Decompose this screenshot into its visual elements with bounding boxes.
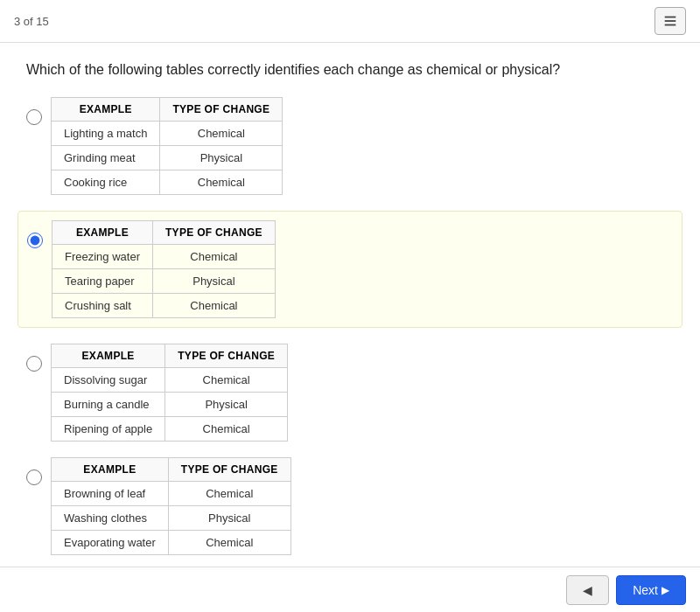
table-0-header-0: EXAMPLE: [52, 98, 160, 122]
top-bar: 3 of 15: [0, 0, 700, 43]
table-row: Freezing waterChemical: [52, 245, 276, 269]
table-row: Crushing saltChemical: [52, 294, 276, 318]
table-1-header-0: EXAMPLE: [52, 221, 153, 245]
table-3: EXAMPLETYPE OF CHANGEBrowning of leafChe…: [51, 457, 291, 555]
radio-1[interactable]: [27, 233, 43, 248]
next-button[interactable]: Next ▶: [616, 575, 686, 605]
table-3-header-1: TYPE OF CHANGE: [168, 458, 290, 482]
table-0-cell-2-0: Cooking rice: [52, 170, 160, 195]
prev-button[interactable]: ◀: [566, 575, 609, 605]
table-1-cell-0-1: Chemical: [152, 245, 275, 269]
table-0-header-1: TYPE OF CHANGE: [160, 98, 283, 122]
table-0: EXAMPLETYPE OF CHANGELighting a matchChe…: [51, 97, 283, 195]
options-container: EXAMPLETYPE OF CHANGELighting a matchChe…: [26, 97, 674, 555]
table-0-cell-0-1: Chemical: [160, 122, 283, 146]
table-2-header-0: EXAMPLE: [52, 344, 165, 368]
table-row: Ripening of appleChemical: [52, 417, 288, 442]
table-1-cell-2-0: Crushing salt: [52, 294, 153, 318]
radio-container-3: [26, 469, 42, 489]
table-3-cell-2-0: Evaporating water: [52, 531, 169, 555]
table-row: Cooking riceChemical: [52, 170, 283, 195]
main-content: Which of the following tables correctly …: [0, 43, 700, 567]
radio-3[interactable]: [26, 469, 42, 485]
table-0-cell-2-1: Chemical: [160, 170, 283, 195]
table-row: Evaporating waterChemical: [52, 531, 291, 555]
table-3-cell-1-0: Washing clothes: [52, 506, 169, 531]
table-row: Lighting a matchChemical: [52, 122, 283, 146]
table-2-cell-0-0: Dissolving sugar: [52, 368, 165, 393]
table-row: Tearing paperPhysical: [52, 269, 276, 294]
table-3-cell-2-1: Chemical: [168, 531, 290, 555]
progress-text: 3 of 15: [14, 15, 49, 28]
table-3-cell-0-1: Chemical: [168, 482, 290, 506]
table-0-cell-1-1: Physical: [160, 146, 283, 170]
next-arrow: ▶: [662, 584, 669, 596]
option-row-3: EXAMPLETYPE OF CHANGEBrowning of leafChe…: [26, 457, 674, 555]
table-2-cell-1-1: Physical: [165, 393, 288, 417]
list-icon-button[interactable]: [654, 7, 686, 35]
radio-2[interactable]: [26, 356, 42, 372]
option-row-0: EXAMPLETYPE OF CHANGELighting a matchChe…: [26, 97, 674, 195]
table-row: Browning of leafChemical: [52, 482, 291, 506]
next-label: Next: [633, 583, 658, 597]
table-1: EXAMPLETYPE OF CHANGEFreezing waterChemi…: [52, 220, 276, 318]
table-2-header-1: TYPE OF CHANGE: [165, 344, 288, 368]
table-2-cell-2-0: Ripening of apple: [52, 417, 165, 442]
radio-0[interactable]: [26, 109, 42, 125]
option-row-1: EXAMPLETYPE OF CHANGEFreezing waterChemi…: [18, 211, 682, 328]
table-2: EXAMPLETYPE OF CHANGEDissolving sugarChe…: [51, 344, 288, 442]
table-1-cell-2-1: Chemical: [152, 294, 275, 318]
table-0-cell-1-0: Grinding meat: [52, 146, 160, 170]
table-3-cell-0-0: Browning of leaf: [52, 482, 169, 506]
option-row-2: EXAMPLETYPE OF CHANGEDissolving sugarChe…: [26, 344, 674, 442]
radio-container-2: [26, 356, 42, 375]
table-2-cell-1-0: Burning a candle: [52, 393, 165, 417]
table-2-cell-2-1: Chemical: [165, 417, 288, 442]
table-3-header-0: EXAMPLE: [52, 458, 169, 482]
table-row: Dissolving sugarChemical: [52, 368, 288, 393]
question-text: Which of the following tables correctly …: [26, 60, 674, 80]
table-row: Burning a candlePhysical: [52, 393, 288, 417]
list-icon: [662, 13, 678, 29]
table-3-cell-1-1: Physical: [168, 506, 290, 531]
table-row: Grinding meatPhysical: [52, 146, 283, 170]
bottom-nav: ◀ Next ▶: [0, 567, 700, 612]
table-1-header-1: TYPE OF CHANGE: [152, 221, 275, 245]
table-2-cell-0-1: Chemical: [165, 368, 288, 393]
table-0-cell-0-0: Lighting a match: [52, 122, 160, 146]
table-1-cell-1-0: Tearing paper: [52, 269, 153, 294]
table-row: Washing clothesPhysical: [52, 506, 291, 531]
radio-container-0: [26, 109, 42, 129]
table-1-cell-1-1: Physical: [152, 269, 275, 294]
prev-icon: ◀: [583, 583, 592, 597]
table-1-cell-0-0: Freezing water: [52, 245, 153, 269]
radio-container-1: [27, 233, 43, 252]
